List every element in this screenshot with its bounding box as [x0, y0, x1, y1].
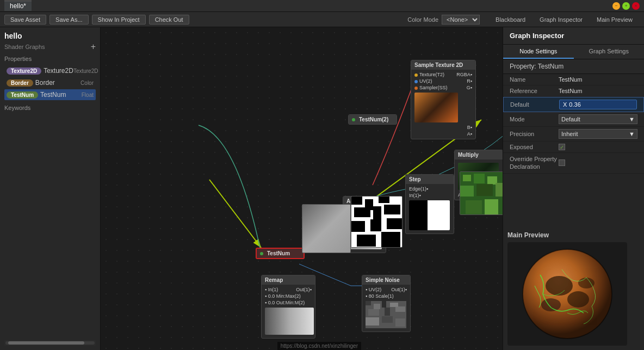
testnum2d-title: TestNum(2) [359, 116, 388, 122]
window-controls: − + × [612, 2, 640, 10]
gi-name-row: Name TestNum [503, 74, 644, 85]
main-layout: hello Shader Graphs + Properties Texture… [0, 27, 644, 350]
green-texture-preview [460, 171, 503, 215]
testnum2d-header: TestNum(2) [349, 115, 397, 124]
svg-rect-35 [466, 200, 482, 214]
testnum-node-title: TestNum [267, 250, 290, 256]
svg-rect-14 [382, 316, 393, 323]
name-value: TestNum [559, 76, 637, 83]
svg-rect-34 [496, 183, 503, 197]
testnum-name: TestNum [40, 91, 66, 99]
default-input[interactable]: X 0.36 [559, 100, 637, 109]
noise-preview [366, 301, 406, 328]
svg-rect-29 [463, 175, 471, 181]
color-mode-select[interactable]: <None> [442, 15, 480, 24]
remap-body: ▪ In(1)Out(1)▪ ▪ 0.0 Min:Max(2) ▪ 0.0 Ou… [262, 285, 315, 338]
default-value[interactable]: 0.36 [569, 101, 580, 108]
title-tab[interactable]: hello* [4, 1, 32, 11]
step-preview [409, 200, 450, 230]
svg-rect-21 [373, 206, 381, 220]
default-x-label: X [563, 101, 567, 108]
gi-exposed-row: Exposed ✓ [503, 142, 644, 153]
testnum-type: Float [82, 92, 94, 98]
url-bar: https://blog.csdn.net/xinzhilinger [277, 342, 361, 350]
svg-rect-12 [395, 306, 405, 312]
gi-tabs: Node Settings Graph Settings [503, 45, 644, 59]
testnum2d-node[interactable]: TestNum(2) [348, 114, 397, 125]
noise-texture-preview [351, 196, 403, 248]
graph-inspector-tab[interactable]: Graph Inspector [532, 15, 590, 24]
prop-testnum[interactable]: TestNum TestNum Float [4, 89, 96, 100]
gi-title: Graph Inspector [510, 32, 564, 40]
mode-dropdown[interactable]: Default ▼ [559, 114, 637, 124]
svg-rect-36 [485, 199, 498, 214]
svg-rect-6 [366, 301, 371, 305]
border-pill: Border [7, 79, 33, 87]
texture2d-name: Texture2D [44, 67, 73, 75]
toolbar: Save Asset Save As... Show In Project Ch… [0, 12, 644, 27]
step-body: Edge(1)▪ In(1)▪ [406, 184, 454, 234]
project-title: hello [4, 32, 96, 40]
right-panel: Graph Inspector Node Settings Graph Sett… [503, 27, 644, 350]
blackboard-tab[interactable]: Blackboard [488, 15, 532, 24]
step-node[interactable]: Step Edge(1)▪ In(1)▪ [405, 174, 454, 234]
default-label: Default [510, 101, 559, 108]
node-header: Sample Texture 2D [411, 60, 475, 70]
graph-settings-tab[interactable]: Graph Settings [574, 45, 645, 59]
add-shader-btn[interactable]: + [91, 42, 96, 51]
preview-sphere [507, 242, 627, 346]
gi-mode-row: Mode Default ▼ [503, 112, 644, 127]
border-name: Border [35, 79, 55, 87]
prop-texture2d[interactable]: Texture2D Texture2D Texture2D [4, 65, 96, 76]
node-settings-tab[interactable]: Node Settings [503, 45, 574, 59]
precision-chevron-icon: ▼ [629, 131, 635, 137]
maximize-btn[interactable]: + [622, 2, 630, 10]
name-label: Name [510, 76, 559, 83]
precision-dropdown[interactable]: Inherit ▼ [559, 129, 637, 139]
properties-label: Properties [4, 56, 96, 62]
svg-point-43 [578, 278, 595, 288]
sample-texture2d-node[interactable]: Sample Texture 2D Texture(T2) RGBA▪ UV(2… [411, 60, 476, 139]
minimize-btn[interactable]: − [612, 2, 620, 10]
svg-rect-22 [384, 205, 400, 214]
texture-preview [414, 93, 458, 122]
override-checkbox[interactable] [559, 159, 565, 166]
svg-rect-8 [382, 301, 386, 308]
svg-rect-11 [385, 308, 390, 316]
scrollbar-thumb[interactable] [8, 341, 84, 345]
simple-noise-node[interactable]: Simple Noise ▪ UV(2)Out(1)▪ ▪ 80 Scale(1… [362, 275, 411, 332]
svg-rect-7 [374, 304, 380, 309]
prop-border[interactable]: Border Border Color [4, 77, 96, 88]
svg-rect-30 [474, 174, 485, 183]
svg-rect-9 [390, 303, 398, 307]
remap-node[interactable]: Remap ▪ In(1)Out(1)▪ ▪ 0.0 Min:Max(2) ▪ … [261, 275, 315, 339]
gi-header: Graph Inspector [503, 27, 644, 45]
texture2d-type: Texture2D [73, 68, 98, 74]
simple-noise-body: ▪ UV(2)Out(1)▪ ▪ 80 Scale(1) [362, 285, 410, 331]
svg-point-41 [567, 291, 589, 308]
mode-value: Default [561, 116, 580, 122]
reference-value: TestNum [559, 88, 637, 94]
main-preview-tab[interactable]: Main Preview [590, 15, 640, 24]
svg-rect-23 [351, 221, 365, 232]
svg-rect-25 [387, 218, 402, 229]
close-btn[interactable]: × [632, 2, 640, 10]
testnum-graph-node[interactable]: TestNum [256, 248, 305, 259]
save-as-button[interactable]: Save As... [49, 15, 89, 24]
gi-reference-row: Reference TestNum [503, 85, 644, 97]
show-in-project-button[interactable]: Show In Project [92, 15, 146, 24]
node-title: Sample Texture 2D [414, 62, 463, 68]
svg-rect-32 [460, 186, 474, 197]
canvas-area[interactable]: Sample Texture 2D Texture(T2) RGBA▪ UV(2… [101, 27, 503, 350]
save-asset-button[interactable]: Save Asset [4, 15, 46, 24]
svg-rect-13 [366, 317, 379, 326]
top-tabs: Blackboard Graph Inspector Main Preview [488, 15, 640, 24]
scrollbar-track [5, 341, 95, 345]
override-label: Override PropertyDeclaration [510, 155, 559, 171]
shader-graphs-header: Shader Graphs + [4, 42, 96, 51]
node-body: Texture(T2) RGBA▪ UV(2) R▪ Sampler(SS) G… [411, 70, 475, 139]
exposed-checkbox[interactable]: ✓ [559, 144, 565, 150]
check-out-button[interactable]: Check Out [149, 15, 189, 24]
horizontal-scrollbar[interactable] [4, 340, 96, 346]
gi-default-row: Default X 0.36 [503, 97, 644, 112]
